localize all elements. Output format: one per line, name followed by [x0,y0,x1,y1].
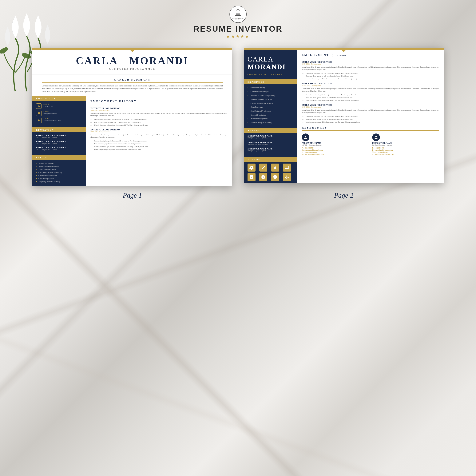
logo-circle: Modern Resume Design [229,6,247,23]
ref-address-2: A :Your street address here - 690 [372,153,439,155]
ref-phone-2: P :+012 3456 789 [372,147,439,149]
contact-section-content: PHONE +123 456 789 EMAIL User@example.co… [32,101,86,127]
last-name-1: MORANDI [129,55,189,67]
ref-web-2: W :www.example.com [372,151,439,153]
skills-section-content: Account Management New Business Developm… [32,160,86,186]
expertise-section-content: Objection Handling Customer Needs Analys… [244,84,297,128]
skill-5: Client Needs Assessment [36,175,82,176]
job-bullets-p2-1: Consectetur adipiscing elit. Fusce gravi… [302,72,439,80]
page2-two-col: CARLA MORANDI COMPUTER PROGRAMMER EXPERT… [244,50,444,183]
contact-phone-text: PHONE +123 456 789 [43,103,53,108]
job-bullet-1-1: Consectetur adipiscing elit. Fusce gravi… [90,119,227,121]
title-line-right [158,69,181,69]
award-detail-1: 2010 || College Name || Address [248,137,293,139]
expertise-8: Contract Negotiation [248,114,293,116]
career-summary-text: Lorem ipsum dolor sit amet, consectetur … [42,85,223,93]
ref-email-2: E :examplemail@example.com [372,149,439,151]
job-desc-p2-3: Lorem ipsum dolor sit amet, consectetur … [302,109,439,114]
phone-icon [36,103,41,109]
edu-item-3: ENTER YOUR JOB NAME HERE 2010 || College… [36,147,82,151]
skill-7: Budgeting & Project Planning [36,181,82,183]
page1-label: Page 1 [123,191,142,199]
edu-item-1: ENTER YOUR JOB NAME HERE 2010 || College… [36,135,82,138]
contact-phone: PHONE +123 456 789 [36,103,82,109]
page2-full-name: CARLA MORANDI [248,56,293,71]
award-2: ENTER YOUR AWARD NAME 2010 || College Na… [248,141,293,145]
job-bullets-p2-2: Consectetur adipiscing elit. Fusce gravi… [302,94,439,102]
job-bullet-2-1: Consectetur adipiscing elit. Fusce gravi… [90,140,227,142]
edu-name-1: ENTER YOUR JOB NAME HERE [36,135,82,136]
ref-phone-1: P :+012 3456 789 [302,147,368,149]
job-bullet-1-3: lobortis vitae nunc quis, eleifend eleme… [90,124,227,126]
ref-name-1: PERSON FULL NAME [302,142,368,144]
ref-email-1: E :examplemail@example.com [302,149,368,151]
ref-address-1: A :Your street address here - 690 [302,153,368,155]
job-date-p2-2: 2010 - 2012 | Company name [302,85,439,86]
page1-header: CARLA MORANDI COMPUTER PROGRAMMER [32,50,232,74]
expertise-9: Inventory Management [248,118,293,120]
gold-notch-1 [130,50,135,52]
svg-rect-6 [235,15,241,16]
reference-2: PERSON FULL NAME Job Title / Company / I… [372,134,439,155]
hobby-icon-5 [248,173,255,181]
job-desc-2: Lorem ipsum dolor sit amet, consectetur … [90,134,227,139]
job-date-1: 2010 - 2012 | Company name [90,109,227,111]
pages-container: CARLA MORANDI COMPUTER PROGRAMMER CAREER… [10,48,466,186]
awards-section-header: AWARDS [244,128,297,133]
expertise-6: Order Processing [248,106,293,108]
job-date-p2-3: 2010 - 2012 | Company name [302,106,439,108]
gold-notch-2 [341,50,346,52]
resume-title-bar: COMPUTER PROGRAMMER [40,68,225,70]
employment-heading-1: EMPLOYMENT HISTORY [90,100,227,104]
job-bullets-p2-3: Consectetur adipiscing elit. Fusce gravi… [302,115,439,123]
hobbies-section-header: HOBBIES [244,157,297,162]
job-bullet-p2-2-1: Consectetur adipiscing elit. Fusce gravi… [302,94,439,96]
gold-top-bar-2 [244,48,444,50]
hobby-icon-7 [271,173,279,181]
job-title-p2-2: ENTER YOUR JOB POSITION [302,83,439,85]
ref-name-2: PERSON FULL NAME [372,142,439,144]
svg-point-0 [0,46,9,55]
edu-detail-1: 2010 || College Name || Address [36,136,82,138]
job-title-p2-3: ENTER YOUR JOB POSITION [302,104,439,106]
job-bullet-p2-3-1: Consectetur adipiscing elit. Fusce gravi… [302,115,439,118]
contact-section-header: CONTACT ME [32,96,86,101]
job-bullet-p2-1-2: Duis lacus risus, egestas in velit ac, l… [302,75,439,77]
employment-continued-label: (CONTINUED) [332,54,350,56]
job-bullet-2-2: Duis lacus risus, egestas in velit ac, l… [90,143,227,145]
expertise-7: New Business Development [248,110,293,112]
job-bullet-p2-2-2: Duis lacus risus, egestas in velit ac, l… [302,97,439,99]
skill-1: Account Management [36,162,82,164]
award-1: ENTER YOUR AWARD NAME 2010 || College Na… [248,135,293,139]
education-section-header: EDUCATION [32,127,86,132]
right-column: EMPLOYMENT HISTORY ENTER YOUR JOB POSITI… [86,96,232,186]
page2-left-col: CARLA MORANDI COMPUTER PROGRAMMER EXPERT… [244,50,297,183]
references-heading: REFERENCES [302,126,439,131]
brand-stars: ★★★★★ [193,34,283,39]
skills-list: Account Management New Business Developm… [36,162,82,183]
expertise-section-header: EXPERTISE [244,79,297,84]
left-column: CONTACT ME PHONE +123 456 789 [32,96,86,186]
contact-email: EMAIL User@example.com [36,111,82,116]
award-3: ENTER YOUR AWARD NAME 2010 || College Na… [248,148,293,152]
expertise-10: Financial Analysis/Modeling [248,121,293,124]
job-bullet-2-3: lobortis vitae nunc quis, eleifend eleme… [90,146,227,148]
references-grid: PERSON FULL NAME Job Title / Company / I… [302,134,439,155]
svg-rect-7 [236,15,240,15]
title-line-left [84,69,106,69]
ref-web-1: W :www.example.com [302,151,368,153]
job-date-2: 2010 - 2012 | Company name [90,131,227,133]
svg-point-3 [237,9,239,12]
edu-detail-2: 2010 || College Name || Address [36,143,82,145]
ref-avatar-2 [372,134,380,141]
page2-job-title: COMPUTER PROGRAMMER [248,72,293,76]
contact-address-text: ADDRESS Your Address Name Here [43,118,61,122]
resume-full-name-1: CARLA MORANDI [40,56,225,66]
awards-section-content: ENTER YOUR AWARD NAME 2010 || College Na… [244,133,297,157]
job-title-1: ENTER YOUR JOB POSITION [90,107,227,109]
job-entry-p2-2: ENTER YOUR JOB POSITION 2010 - 2012 | Co… [302,83,439,102]
edu-detail-3: 2010 || College Name || Address [36,149,82,151]
hobby-icon-1 [248,164,255,171]
top-logo-area: Modern Resume Design RESUME INVENTOR ★★★… [193,6,283,39]
expertise-4: Defining Solutions and Scope [248,98,293,101]
